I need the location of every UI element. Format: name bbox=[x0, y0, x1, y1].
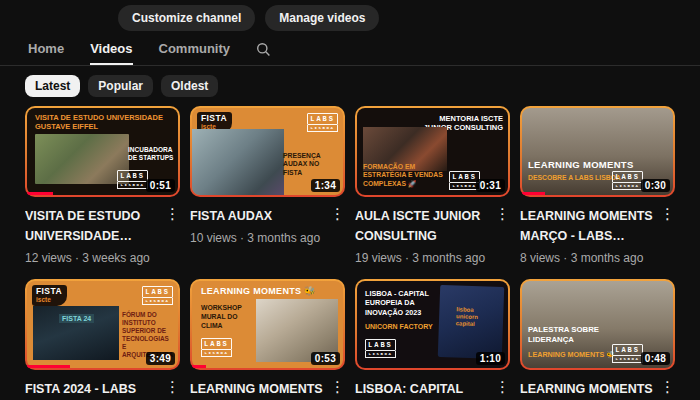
thumb-brand-line: LISBOA bbox=[307, 125, 338, 132]
watch-progress-bar bbox=[27, 192, 53, 195]
thumb-photo bbox=[35, 134, 129, 184]
tab-videos[interactable]: Videos bbox=[90, 37, 132, 65]
thumb-brand-logo: LABSLISBOA bbox=[612, 171, 643, 190]
thumb-brand-line: LABS bbox=[365, 339, 396, 351]
video-thumbnail[interactable]: LEARNING MOMENTS 🐝WORKSHOP MURAL DO CLIM… bbox=[190, 279, 345, 370]
video-thumbnail[interactable]: PALESTRA SOBRE LIDERANÇALEARNING MOMENTS… bbox=[520, 279, 675, 370]
thumb-brand-line: LISBOA bbox=[117, 182, 148, 189]
thumb-badge-line: FISTA bbox=[36, 287, 62, 296]
video-card[interactable]: PALESTRA SOBRE LIDERANÇALEARNING MOMENTS… bbox=[520, 279, 675, 400]
video-title[interactable]: VISITA DE ESTUDO UNIVERSIDADE GUSTAVE EI… bbox=[25, 206, 161, 246]
video-grid: VISITA DE ESTUDO UNIVERSIDADE GUSTAVE EI… bbox=[25, 106, 700, 400]
video-title[interactable]: LEARNING MOMENTS JANEIRO - LABS LISBOA bbox=[520, 379, 656, 400]
thumb-caption: UNICORN FACTORY bbox=[365, 323, 433, 330]
kebab-menu-icon[interactable]: ⋮ bbox=[326, 206, 345, 222]
thumb-brand-logo: LABSLISBOA bbox=[201, 338, 232, 357]
kebab-menu-icon[interactable]: ⋮ bbox=[326, 379, 345, 395]
video-thumbnail[interactable]: FISTAiscteLABSLISBOAPRESENÇA AUDAX NO FI… bbox=[190, 106, 345, 197]
thumb-brand-logo: LABSLISBOA bbox=[365, 339, 396, 358]
video-thumbnail[interactable]: VISITA DE ESTUDO UNIVERSIDADE GUSTAVE EI… bbox=[25, 106, 180, 197]
thumb-brand-line: LISBOA bbox=[365, 351, 396, 358]
duration-badge: 3:49 bbox=[146, 352, 175, 365]
title-row: AULA ISCTE JUNIOR CONSULTING ⋮ bbox=[355, 206, 510, 246]
thumb-brand-line: LABS bbox=[142, 286, 173, 298]
video-thumbnail[interactable]: FISTAiscteLABSLISBOAFISTA 24FÓRUM DO INS… bbox=[25, 279, 180, 370]
thumb-photo-text: FISTA 24 bbox=[59, 314, 94, 323]
tab-community[interactable]: Community bbox=[159, 37, 231, 65]
thumb-caption: LEARNING MOMENTS 🐝 bbox=[528, 350, 615, 359]
thumb-headline: LEARNING MOMENTS 🐝 bbox=[201, 286, 316, 296]
thumb-caption: INCUBADORA DE STARTUPS bbox=[128, 146, 174, 162]
thumb-caption: FORMAÇÃO EM ESTRATÉGIA E VENDAS COMPLEXA… bbox=[363, 163, 451, 188]
watch-progress-bar bbox=[192, 365, 206, 368]
duration-badge: 0:30 bbox=[641, 179, 670, 192]
thumb-brand-line: LABS bbox=[117, 170, 148, 182]
video-thumbnail[interactable]: LEARNING MOMENTSDESCOBRE A LABS LISBOALA… bbox=[520, 106, 675, 197]
video-card[interactable]: LEARNING MOMENTS 🐝WORKSHOP MURAL DO CLIM… bbox=[190, 279, 345, 400]
duration-badge: 0:53 bbox=[311, 352, 340, 365]
video-card[interactable]: LEARNING MOMENTSDESCOBRE A LABS LISBOALA… bbox=[520, 106, 675, 265]
thumb-brand-line: LABS bbox=[612, 171, 643, 183]
video-title[interactable]: FISTA AUDAX bbox=[190, 206, 326, 226]
video-title[interactable]: AULA ISCTE JUNIOR CONSULTING bbox=[355, 206, 491, 246]
kebab-menu-icon[interactable]: ⋮ bbox=[161, 206, 180, 222]
duration-badge: 1:10 bbox=[476, 352, 505, 365]
video-info: LEARNING MOMENTS JANEIRO - LABS LISBOA ⋮… bbox=[520, 379, 675, 400]
watch-progress-bar bbox=[27, 365, 70, 368]
video-card[interactable]: FISTAiscteLABSLISBOAPRESENÇA AUDAX NO FI… bbox=[190, 106, 345, 265]
video-title[interactable]: LISBOA: CAPITAL EUROPEIA DA INOVAÇÃO 🦄 bbox=[355, 379, 491, 400]
kebab-menu-icon[interactable]: ⋮ bbox=[161, 379, 180, 395]
title-row: VISITA DE ESTUDO UNIVERSIDADE GUSTAVE EI… bbox=[25, 206, 180, 246]
manage-videos-button[interactable]: Manage videos bbox=[265, 5, 379, 31]
tab-home[interactable]: Home bbox=[28, 37, 64, 65]
kebab-menu-icon[interactable]: ⋮ bbox=[491, 206, 510, 222]
video-info: LISBOA: CAPITAL EUROPEIA DA INOVAÇÃO 🦄 ⋮… bbox=[355, 379, 510, 400]
duration-badge: 0:51 bbox=[146, 179, 175, 192]
thumb-badge-line: FISTA bbox=[201, 114, 227, 123]
thumb-photo-text: lisboa unicorn capital bbox=[456, 306, 497, 329]
video-title[interactable]: LEARNING MOMENTS MARÇO - LABS LISBOA bbox=[520, 206, 656, 246]
thumb-headline: PALESTRA SOBRE LIDERANÇA bbox=[528, 325, 620, 344]
search-icon[interactable] bbox=[256, 42, 271, 57]
thumb-brand-line: LABS bbox=[612, 344, 643, 356]
video-info: VISITA DE ESTUDO UNIVERSIDADE GUSTAVE EI… bbox=[25, 206, 180, 265]
chip-oldest[interactable]: Oldest bbox=[161, 75, 218, 97]
duration-badge: 0:48 bbox=[641, 352, 670, 365]
video-meta: 19 views · 3 months ago bbox=[355, 251, 510, 265]
customize-channel-button[interactable]: Customize channel bbox=[118, 5, 255, 31]
chip-popular[interactable]: Popular bbox=[88, 75, 153, 97]
title-row: LISBOA: CAPITAL EUROPEIA DA INOVAÇÃO 🦄 ⋮ bbox=[355, 379, 510, 400]
kebab-menu-icon[interactable]: ⋮ bbox=[656, 379, 675, 395]
video-card[interactable]: LISBOA - CAPITAL EUROPEIA DA INOVAÇÃO 20… bbox=[355, 279, 510, 400]
thumb-brand-logo: LABSLISBOA bbox=[612, 344, 643, 363]
channel-tabs: Home Videos Community bbox=[0, 37, 700, 66]
video-meta: 8 views · 3 months ago bbox=[520, 251, 675, 265]
video-card[interactable]: VISITA DE ESTUDO UNIVERSIDADE GUSTAVE EI… bbox=[25, 106, 180, 265]
thumb-caption: PRESENÇA AUDAX NO FISTA bbox=[283, 152, 339, 177]
filter-chips: Latest Popular Oldest bbox=[25, 75, 700, 97]
video-title[interactable]: LEARNING MOMENTS FEVEREIRO - LABS LISBOA bbox=[190, 379, 326, 400]
thumb-brand-line: LISBOA bbox=[201, 350, 232, 357]
video-info: LEARNING MOMENTS MARÇO - LABS LISBOA ⋮ 8… bbox=[520, 206, 675, 265]
kebab-menu-icon[interactable]: ⋮ bbox=[656, 206, 675, 222]
video-card[interactable]: FISTAiscteLABSLISBOAFISTA 24FÓRUM DO INS… bbox=[25, 279, 180, 400]
title-row: LEARNING MOMENTS MARÇO - LABS LISBOA ⋮ bbox=[520, 206, 675, 246]
thumb-headline: VISITA DE ESTUDO UNIVERSIDADE GUSTAVE EI… bbox=[35, 113, 172, 132]
title-row: LEARNING MOMENTS FEVEREIRO - LABS LISBOA… bbox=[190, 379, 345, 400]
thumb-brand-line: LABS bbox=[201, 338, 232, 350]
title-row: FISTA AUDAX ⋮ bbox=[190, 206, 345, 226]
video-title[interactable]: FISTA 2024 - LABS LISBOA - ISCTE bbox=[25, 379, 161, 400]
thumb-badge: FISTAiscte bbox=[32, 285, 67, 306]
thumb-brand-logo: LABSLISBOA bbox=[117, 170, 148, 189]
kebab-menu-icon[interactable]: ⋮ bbox=[491, 379, 510, 395]
thumb-headline: LEARNING MOMENTS bbox=[528, 159, 634, 170]
video-card[interactable]: MENTORIA ISCTE JUNIOR CONSULTINGFORMAÇÃO… bbox=[355, 106, 510, 265]
thumb-brand-line: LISBOA bbox=[142, 298, 173, 305]
channel-actions: Customize channel Manage videos bbox=[118, 5, 700, 31]
chip-latest[interactable]: Latest bbox=[25, 75, 80, 97]
thumb-headline: LISBOA - CAPITAL EUROPEIA DA INOVAÇÃO 20… bbox=[365, 289, 439, 317]
video-info: FISTA 2024 - LABS LISBOA - ISCTE ⋮ 17 vi… bbox=[25, 379, 180, 400]
video-thumbnail[interactable]: MENTORIA ISCTE JUNIOR CONSULTINGFORMAÇÃO… bbox=[355, 106, 510, 197]
title-row: FISTA 2024 - LABS LISBOA - ISCTE ⋮ bbox=[25, 379, 180, 400]
video-thumbnail[interactable]: LISBOA - CAPITAL EUROPEIA DA INOVAÇÃO 20… bbox=[355, 279, 510, 370]
